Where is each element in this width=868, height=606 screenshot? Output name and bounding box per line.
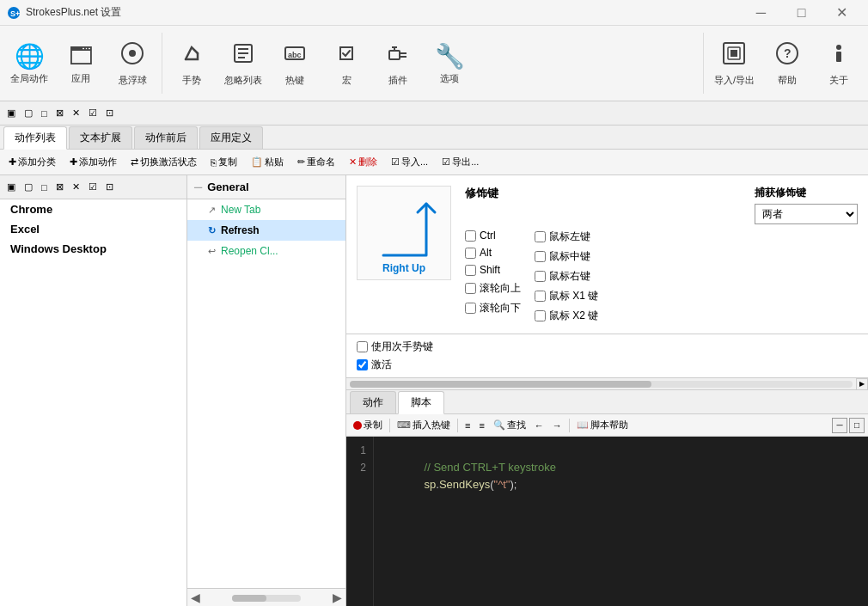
maximize-button[interactable]: □: [782, 0, 821, 26]
sidebar-tool-5[interactable]: ✕: [69, 178, 83, 197]
record-button[interactable]: 录制: [350, 417, 386, 434]
ribbon-ignore-list[interactable]: 忽略列表: [217, 26, 269, 101]
scroll-up-checkbox-item[interactable]: 滚轮向上: [465, 281, 521, 296]
ribbon-apps[interactable]: 🗔 应用: [55, 26, 107, 101]
code-comment-text: // Send CTRL+T keystroke: [425, 461, 556, 474]
use-sub-gesture-item[interactable]: 使用次手势键: [357, 340, 858, 354]
tab-action-list[interactable]: 动作列表: [3, 126, 67, 150]
modifier-keys-section: 修饰键 捕获修饰键 两者 仅按下 仅释放: [465, 186, 858, 323]
sec-btn-4[interactable]: ✕: [69, 104, 83, 123]
add-action-button[interactable]: ✚ 添加动作: [64, 152, 122, 173]
scroll-up-checkbox[interactable]: [465, 283, 476, 294]
mouse-left-checkbox[interactable]: [535, 231, 546, 242]
import-button[interactable]: ☑ 导入...: [386, 152, 433, 173]
tab-action[interactable]: 动作: [350, 391, 396, 413]
sidebar-tool-4[interactable]: ⊠: [52, 178, 67, 197]
ctrl-checkbox-item[interactable]: Ctrl: [465, 230, 521, 242]
mouse-left-item[interactable]: 鼠标左键: [535, 230, 598, 244]
mouse-x1-item[interactable]: 鼠标 X1 键: [535, 289, 598, 303]
capture-label: 捕获修饰键: [755, 186, 858, 200]
sec-btn-3[interactable]: ⊠: [52, 104, 67, 123]
sidebar-chrome-label: Chrome: [10, 203, 52, 216]
ribbon-plugins[interactable]: 插件: [372, 26, 424, 101]
alt-checkbox-item[interactable]: Alt: [465, 247, 521, 259]
ctrl-checkbox[interactable]: [465, 230, 476, 242]
scroll-down-checkbox-item[interactable]: 滚轮向下: [465, 301, 521, 315]
code-content[interactable]: // Send CTRL+T keystroke sp.SendKeys("^t…: [374, 437, 868, 606]
sec-btn-5[interactable]: ☑: [85, 104, 101, 123]
copy-button[interactable]: ⎘ 复制: [205, 152, 242, 173]
mouse-x2-checkbox[interactable]: [535, 310, 546, 321]
scroll-track[interactable]: [350, 381, 853, 388]
tab-app-define[interactable]: 应用定义: [199, 126, 263, 149]
use-sub-gesture-label: 使用次手势键: [371, 340, 433, 354]
sidebar-tool-3[interactable]: □: [38, 178, 51, 197]
mouse-middle-item[interactable]: 鼠标中键: [535, 249, 598, 264]
tree-item-reopen[interactable]: ↩ Reopen Cl...: [187, 241, 345, 261]
toggle-active-button[interactable]: ⇄ 切换激活状态: [125, 152, 202, 173]
insert-hotkey-button[interactable]: ⌨ 插入热键: [394, 417, 454, 434]
hover-ball-icon: [119, 40, 145, 72]
tab-script[interactable]: 脚本: [398, 391, 444, 414]
minimize-button[interactable]: ─: [742, 0, 780, 26]
gesture-canvas: Right Up: [357, 186, 451, 280]
align-btn-2[interactable]: ≡: [475, 417, 487, 434]
sidebar-tool-1[interactable]: ▣: [3, 178, 19, 197]
activate-item[interactable]: 激活: [357, 358, 858, 372]
find-button[interactable]: 🔍 查找: [490, 417, 529, 434]
mouse-right-item[interactable]: 鼠标右键: [535, 269, 598, 284]
scroll-down-checkbox[interactable]: [465, 303, 476, 314]
mouse-middle-checkbox[interactable]: [535, 251, 546, 262]
ribbon-options[interactable]: 🔧 选项: [424, 26, 475, 101]
ribbon-help[interactable]: ? 帮助: [761, 26, 813, 101]
ribbon-hotkeys[interactable]: abc 热键: [269, 26, 321, 101]
use-sub-gesture-checkbox[interactable]: [357, 341, 368, 352]
script-maximize-btn[interactable]: □: [849, 418, 865, 433]
sidebar-tool-2[interactable]: ▢: [21, 178, 36, 197]
mouse-right-checkbox[interactable]: [535, 271, 546, 282]
export-button[interactable]: ☑ 导出...: [437, 152, 484, 173]
tree-item-new-tab[interactable]: ↗ New Tab: [187, 199, 345, 220]
ribbon-import-export[interactable]: 导入/导出: [707, 26, 761, 101]
align-btn-1[interactable]: ≡: [462, 417, 474, 434]
sidebar-tool-6[interactable]: ☑: [85, 178, 101, 197]
arrow-fwd-btn[interactable]: →: [549, 417, 565, 434]
shift-checkbox[interactable]: [465, 265, 476, 276]
scroll-right-btn[interactable]: ▶: [856, 378, 868, 390]
mouse-x2-item[interactable]: 鼠标 X2 键: [535, 309, 598, 323]
delete-button[interactable]: ✕ 删除: [344, 152, 382, 173]
rename-button[interactable]: ✏ 重命名: [292, 152, 340, 173]
sidebar-item-windows-desktop[interactable]: Windows Desktop: [0, 239, 186, 259]
paste-button[interactable]: 📋 粘贴: [246, 152, 289, 173]
tree-scroll-left[interactable]: ◀: [191, 591, 200, 604]
activate-checkbox[interactable]: [357, 359, 368, 370]
close-button[interactable]: ✕: [822, 0, 861, 26]
sec-btn-1[interactable]: ▢: [21, 104, 36, 123]
code-editor[interactable]: 1 2 // Send CTRL+T keystroke sp.SendKeys…: [346, 437, 868, 606]
sidebar-tool-7[interactable]: ⊡: [102, 178, 117, 197]
capture-select[interactable]: 两者 仅按下 仅释放: [755, 204, 858, 224]
sidebar-item-chrome[interactable]: Chrome: [0, 199, 186, 219]
mouse-x1-checkbox[interactable]: [535, 291, 546, 302]
horizontal-scrollbar[interactable]: ▶: [346, 378, 868, 390]
ribbon-macros[interactable]: 宏: [321, 26, 372, 101]
ribbon-hover-ball[interactable]: 悬浮球: [107, 26, 158, 101]
alt-checkbox[interactable]: [465, 248, 476, 259]
ribbon-gestures[interactable]: 手势: [166, 26, 217, 101]
tree-scroll-right[interactable]: ▶: [333, 591, 342, 604]
tree-item-refresh[interactable]: ↻ Refresh: [187, 220, 345, 241]
record-icon: [353, 421, 362, 430]
tab-text-expand[interactable]: 文本扩展: [69, 126, 132, 149]
ribbon-global-actions[interactable]: 🌐 全局动作: [3, 26, 55, 101]
arrow-back-btn[interactable]: ←: [531, 417, 547, 434]
sec-btn-2[interactable]: □: [38, 104, 51, 123]
script-help-button[interactable]: 📖 脚本帮助: [573, 417, 632, 434]
script-minimize-btn[interactable]: ─: [832, 418, 847, 433]
sec-btn-6[interactable]: ⊡: [102, 104, 117, 123]
tab-pre-post[interactable]: 动作前后: [134, 126, 198, 149]
sec-btn-0[interactable]: ▣: [3, 104, 19, 123]
add-category-button[interactable]: ✚ 添加分类: [3, 152, 61, 173]
sidebar-item-excel[interactable]: Excel: [0, 219, 186, 239]
shift-checkbox-item[interactable]: Shift: [465, 264, 521, 276]
ribbon-about[interactable]: 关于: [813, 26, 865, 101]
